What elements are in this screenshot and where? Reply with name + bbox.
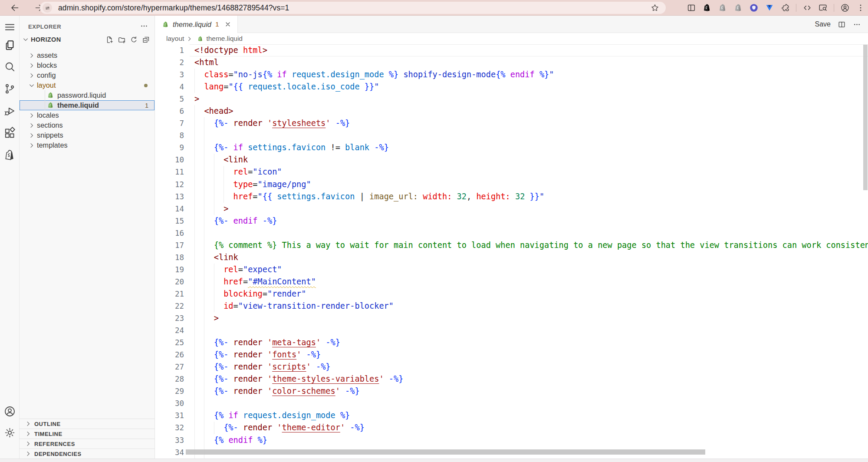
code-line-13[interactable]: 13 href="{{ settings.favicon | image_url… (155, 191, 868, 203)
site-settings-icon[interactable] (43, 3, 52, 13)
shopify-extension-gray-icon[interactable] (718, 3, 727, 13)
extensions-puzzle-icon[interactable] (780, 3, 790, 13)
code-line-30[interactable]: 30 (155, 397, 868, 409)
code-line-26[interactable]: 26 {%- render 'fonts' -%} (155, 349, 868, 361)
panel-outline[interactable]: OUTLINE (20, 419, 155, 429)
code-line-8[interactable]: 8 (155, 129, 868, 142)
save-button[interactable]: Save (815, 20, 831, 28)
shopify-app-icon[interactable] (3, 149, 16, 162)
line-content: href="#MainContent" (194, 276, 868, 288)
code-line-17[interactable]: 17 {% comment %} This a way to wait for … (155, 239, 868, 251)
code-line-33[interactable]: 33 {% endif %} (155, 434, 868, 446)
editor-more-icon[interactable] (853, 20, 861, 29)
horizontal-scrollbar[interactable] (186, 449, 705, 455)
indent-guide (194, 178, 195, 191)
code-line-10[interactable]: 10 <link (155, 154, 868, 166)
url-text[interactable]: admin.shopify.com/store/hypermarkup/them… (58, 3, 289, 13)
back-icon[interactable] (10, 3, 20, 13)
indent-guide (194, 251, 195, 264)
code-line-19[interactable]: 19 rel="expect" (155, 264, 868, 276)
code-line-28[interactable]: 28 {%- render 'theme-styles-variables' -… (155, 373, 868, 385)
close-icon[interactable] (224, 21, 231, 28)
bookmark-star-icon[interactable] (650, 3, 660, 13)
tab-theme-liquid[interactable]: theme.liquid 1 (155, 16, 238, 33)
code-line-25[interactable]: 25 {%- render 'meta-tags' -%} (155, 337, 868, 349)
tree-folder-snippets[interactable]: snippets (20, 130, 155, 140)
extensions-icon[interactable] (3, 127, 16, 139)
panel-references[interactable]: REFERENCES (20, 439, 155, 449)
menu-icon[interactable] (3, 21, 16, 33)
shield-extension-icon[interactable] (749, 3, 759, 13)
tree-folder-blocks[interactable]: blocks (20, 60, 155, 70)
code-line-32[interactable]: 32 {%- render 'theme-editor' -%} (155, 422, 868, 434)
tree-file-password-liquid[interactable]: password.liquid (20, 90, 155, 100)
activity-bar (0, 16, 20, 459)
code-line-24[interactable]: 24 (155, 324, 868, 337)
new-file-icon[interactable] (105, 36, 114, 44)
code-line-14[interactable]: 14 > (155, 203, 868, 215)
refresh-icon[interactable] (130, 36, 138, 44)
tree-folder-assets[interactable]: assets (20, 50, 155, 60)
vertical-scrollbar[interactable] (863, 45, 868, 190)
inspect-window-icon[interactable] (818, 3, 828, 13)
breadcrumb-folder[interactable]: layout (166, 35, 184, 43)
settings-gear-icon[interactable] (3, 426, 16, 439)
code-line-4[interactable]: 4 lang="{{ request.locale.iso_code }}" (155, 81, 868, 93)
browser-menu-icon[interactable] (856, 3, 865, 13)
code-line-15[interactable]: 15 {%- endif -%} (155, 215, 868, 227)
split-editor-icon[interactable] (838, 20, 846, 29)
code-line-5[interactable]: 5> (155, 93, 868, 105)
panel-dependencies[interactable]: DEPENDENCIES (20, 449, 155, 459)
source-control-icon[interactable] (3, 82, 16, 95)
breadcrumb-file[interactable]: theme.liquid (206, 35, 243, 43)
code-line-31[interactable]: 31 {% if request.design_mode %} (155, 409, 868, 422)
code-line-16[interactable]: 16 (155, 227, 868, 239)
search-icon[interactable] (3, 60, 16, 73)
workspace-row[interactable]: HORIZON (20, 34, 155, 45)
tree-folder-templates[interactable]: templates (20, 140, 155, 150)
code-line-18[interactable]: 18 <link (155, 251, 868, 264)
code-line-29[interactable]: 29 {%- render 'color-schemes' -%} (155, 385, 868, 397)
line-content: href="{{ settings.favicon | image_url: w… (194, 191, 868, 203)
line-number: 18 (155, 251, 184, 264)
code-line-1[interactable]: 1<!doctype html> (155, 44, 868, 56)
indent-guide (194, 434, 195, 446)
code-line-20[interactable]: 20 href="#MainContent" (155, 276, 868, 288)
account-icon[interactable] (3, 405, 16, 418)
code-line-22[interactable]: 22 id="view-transition-render-blocker" (155, 300, 868, 312)
indent-guide (194, 69, 195, 81)
tree-folder-config[interactable]: config (20, 70, 155, 80)
tree-folder-sections[interactable]: sections (20, 120, 155, 130)
code-line-6[interactable]: 6 <head> (155, 105, 868, 117)
code-line-9[interactable]: 9 {%- if settings.favicon != blank -%} (155, 142, 868, 154)
address-bar[interactable]: admin.shopify.com/store/hypermarkup/them… (40, 2, 666, 14)
code-line-2[interactable]: 2<html (155, 56, 868, 69)
new-folder-icon[interactable] (118, 36, 126, 44)
sidebar-toggle-icon[interactable] (687, 3, 696, 13)
collapse-all-icon[interactable] (142, 36, 150, 44)
panel-timeline[interactable]: TIMELINE (20, 429, 155, 439)
code-editor[interactable]: 1<!doctype html>2<html3 class="no-js{% i… (155, 44, 868, 459)
code-line-27[interactable]: 27 {%- render 'scripts' -%} (155, 361, 868, 373)
explorer-icon[interactable] (3, 39, 16, 52)
shopify-extension-gray2-icon[interactable] (733, 3, 743, 13)
run-debug-icon[interactable] (3, 105, 16, 117)
tree-folder-locales[interactable]: locales (20, 110, 155, 120)
tree-file-theme-liquid[interactable]: theme.liquid1 (20, 100, 155, 110)
vue-devtools-icon[interactable] (765, 3, 774, 13)
tree-folder-layout[interactable]: layout (20, 80, 155, 90)
profile-icon[interactable] (840, 3, 850, 13)
line-number: 4 (155, 81, 184, 93)
code-line-11[interactable]: 11 rel="icon" (155, 166, 868, 178)
code-line-7[interactable]: 7 {%- render 'stylesheets' -%} (155, 117, 868, 129)
indent-guide (204, 385, 204, 397)
code-line-12[interactable]: 12 type="image/png" (155, 178, 868, 191)
explorer-more-icon[interactable] (140, 22, 148, 30)
code-line-3[interactable]: 3 class="no-js{% if request.design_mode … (155, 69, 868, 81)
code-line-23[interactable]: 23 > (155, 312, 868, 324)
shopify-extension-icon[interactable] (702, 3, 712, 13)
devtools-code-icon[interactable] (802, 3, 812, 13)
code-line-21[interactable]: 21 blocking="render" (155, 288, 868, 300)
extension-area (687, 0, 865, 16)
indent-guide (204, 154, 204, 166)
